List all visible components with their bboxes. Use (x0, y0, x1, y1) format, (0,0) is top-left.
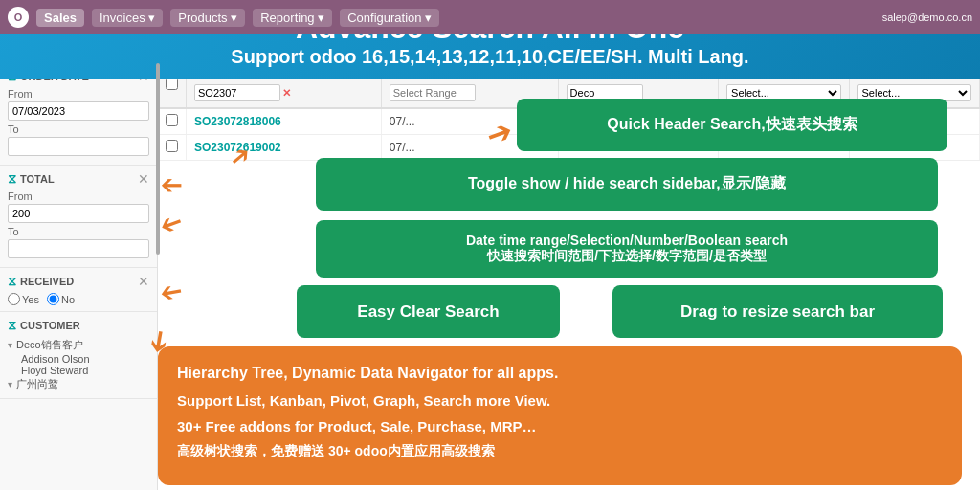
row1-so-link[interactable]: SO23072818006 (194, 115, 281, 128)
total-from[interactable] (8, 204, 149, 223)
banner-subtitle: Support odoo 16,15,14,13,12,11,10,CE/EE/… (19, 46, 961, 68)
customer-floyd[interactable]: Floyd Steward (8, 365, 149, 376)
number-clear-icon[interactable]: ✕ (282, 87, 291, 100)
total-to[interactable] (8, 239, 149, 258)
from-label: From (8, 88, 149, 100)
nav-configuration[interactable]: Configuration ▾ (340, 9, 439, 27)
row2-number[interactable]: SO23072619002 (187, 135, 382, 161)
customer-title: CUSTOMER (20, 320, 80, 331)
row1-checkbox[interactable] (166, 114, 178, 126)
row2-date: 07/... (381, 135, 558, 161)
odoo-topbar: O Sales Invoices ▾ Products ▾ Reporting … (0, 0, 980, 34)
total-title: TOTAL (20, 173, 55, 185)
row1-customer (558, 108, 719, 135)
table-area: Number ✕ Order Date Customer (158, 63, 980, 490)
row1-col5 (849, 108, 979, 135)
filter-received-icon: ⧖ (8, 274, 16, 289)
row2-customer (558, 135, 719, 161)
select2-dropdown[interactable]: Select... (858, 84, 971, 101)
clear-received[interactable]: ✕ (138, 275, 149, 288)
row2-checkbox[interactable] (166, 140, 178, 152)
customer-guangzhou[interactable]: 广州尚鹫 (8, 376, 149, 392)
row2-col5 (849, 135, 979, 161)
filter-total-icon: ⧖ (8, 171, 16, 187)
row1-number[interactable]: SO23072818006 (187, 108, 382, 135)
table-row: SO23072619002 07/... (158, 135, 980, 161)
total-from-label: From (8, 190, 149, 202)
yes-option[interactable]: Yes (8, 293, 39, 305)
nav-invoices[interactable]: Invoices ▾ (92, 9, 163, 27)
filter-customer-icon: ⧖ (8, 318, 16, 333)
nav-sales[interactable]: Sales (36, 9, 84, 27)
sidebar-resize-handle[interactable] (156, 63, 160, 255)
no-radio[interactable] (47, 293, 59, 305)
customer-deco[interactable]: Deco销售客户 (8, 337, 149, 353)
odoo-logo: O (8, 7, 29, 28)
sidebar-filters: ⧖ ORDER DATE ✕ From To ⧖ TOTAL ✕ From To… (0, 63, 158, 490)
select1-dropdown[interactable]: Select... (726, 84, 840, 101)
received-title: RECEIVED (20, 276, 74, 287)
date-search-input[interactable] (390, 84, 476, 101)
row1-checkbox-cell (158, 108, 187, 135)
row1-date: 07/... (381, 108, 558, 135)
row2-col4 (719, 135, 849, 161)
received-radio-group: Yes No (8, 293, 149, 305)
user-email: salep@demo.co.cn (882, 11, 972, 23)
filter-total: ⧖ TOTAL ✕ From To (0, 166, 157, 268)
filter-received: ⧖ RECEIVED ✕ Yes No (0, 268, 157, 312)
row2-checkbox-cell (158, 135, 187, 161)
number-search-input[interactable] (194, 84, 280, 101)
row1-col4 (719, 108, 849, 135)
customer-addison[interactable]: Addison Olson (8, 353, 149, 365)
clear-total[interactable]: ✕ (138, 172, 149, 186)
yes-radio[interactable] (8, 293, 20, 305)
nav-reporting[interactable]: Reporting ▾ (253, 9, 332, 27)
order-date-to[interactable] (8, 137, 149, 156)
total-to-label: To (8, 226, 149, 237)
table-body: SO23072818006 07/... SO23072619002 07/..… (158, 108, 980, 161)
nav-products[interactable]: Products ▾ (170, 9, 245, 27)
table-row: SO23072818006 07/... (158, 108, 980, 135)
filter-customer: ⧖ CUSTOMER Deco销售客户 Addison Olson Floyd … (0, 312, 157, 399)
to-label: To (8, 123, 149, 135)
customer-search-input[interactable] (567, 84, 643, 101)
no-option[interactable]: No (47, 293, 75, 305)
row2-so-link[interactable]: SO23072619002 (194, 141, 281, 154)
order-date-from[interactable] (8, 101, 149, 121)
